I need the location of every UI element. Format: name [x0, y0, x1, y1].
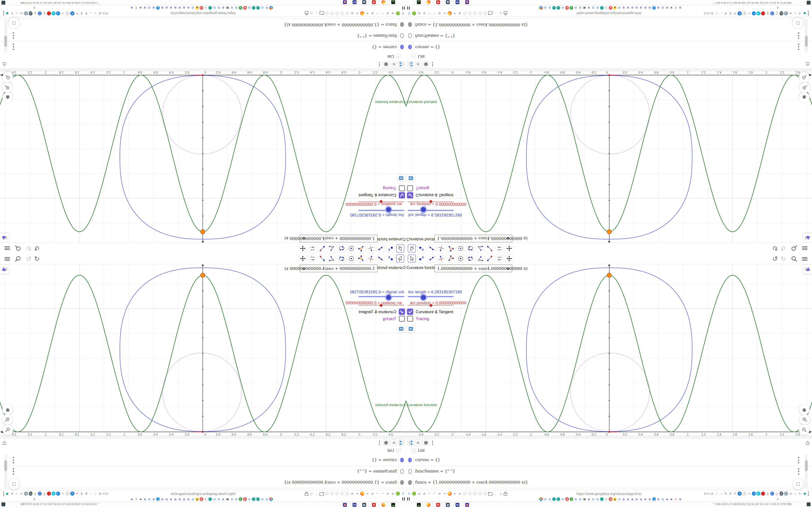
hamburger-menu-icon[interactable]	[801, 253, 809, 264]
funcs-row[interactable]: funcs = {1.000000000000 + cos(4.00000000…	[0, 18, 406, 30]
tray-icon[interactable]	[1, 502, 5, 506]
flower-favicon[interactable]: ✿	[182, 6, 186, 10]
visibility-marble[interactable]	[408, 469, 412, 474]
trash-shield-icon[interactable]: ▯	[33, 492, 37, 496]
ghost-slot-icon[interactable]	[473, 11, 477, 15]
sphere-favicon[interactable]: ◌	[256, 497, 260, 501]
capture-app-icon[interactable]: ▣	[444, 502, 452, 507]
arc-position-slider-handle[interactable]	[379, 200, 383, 203]
arc-length-slider-handle[interactable]	[385, 206, 392, 213]
flower-favicon[interactable]: ✿	[173, 6, 177, 10]
ghost-slot-icon[interactable]	[468, 11, 472, 15]
undo-button[interactable]: ↺	[33, 243, 41, 253]
wikipedia-favicon[interactable]: W	[226, 497, 230, 501]
sphere-favicon[interactable]: ◌	[252, 497, 255, 501]
folder-icon[interactable]	[319, 11, 324, 15]
flower-favicon[interactable]: ✿	[587, 6, 591, 10]
pan-view-tool[interactable]	[299, 255, 307, 263]
curvature-tangent-checkbox[interactable]	[407, 192, 413, 199]
back-arrow-icon[interactable]: ←	[494, 492, 498, 496]
profile-dot-icon[interactable]	[396, 11, 400, 15]
gear-icon[interactable]: ✳	[355, 11, 359, 15]
translate-blue-icon[interactable]: A	[70, 11, 74, 15]
visibility-marble[interactable]	[408, 458, 412, 462]
line-tool[interactable]	[427, 255, 436, 263]
firefox-app-icon[interactable]	[424, 502, 433, 507]
thumb-icon[interactable]: ♧	[15, 11, 19, 15]
overflow-menu-icon[interactable]	[3, 11, 4, 15]
view-toggle-button[interactable]	[803, 233, 812, 242]
folder-icon[interactable]	[319, 493, 324, 496]
flower-favicon[interactable]: ✿	[622, 497, 625, 501]
panel-more-options-icon[interactable]	[379, 441, 380, 445]
f-favicon[interactable]: f	[134, 497, 138, 501]
sphere-favicon[interactable]: ◌	[256, 6, 260, 10]
counter-pill-icon[interactable]: 0	[65, 11, 70, 16]
arc-position-slider-handle[interactable]	[429, 304, 433, 307]
firefox-app-icon[interactable]	[424, 0, 433, 5]
terminal-app-icon[interactable]: ▂	[389, 0, 397, 5]
adblock-icon[interactable]	[761, 492, 765, 496]
add-icon[interactable]: +	[56, 492, 60, 496]
visibility-marble[interactable]	[400, 469, 404, 474]
sphere-favicon[interactable]: ◌	[552, 6, 556, 10]
translate-blue-icon[interactable]: A	[70, 492, 74, 496]
wrench-icon[interactable]: ✳	[443, 492, 447, 496]
reader-arc-icon[interactable]: ◠	[427, 492, 432, 496]
keyboard-toggle-icon[interactable]	[1, 439, 8, 446]
translate-blue-icon[interactable]: A	[738, 492, 742, 496]
tangent-line-tool[interactable]	[318, 255, 326, 263]
circle-center-point-tool[interactable]	[457, 255, 465, 263]
mask-app-icon[interactable]: ◉	[341, 502, 349, 507]
google-favicon[interactable]: G	[230, 497, 234, 501]
trash-shield-icon[interactable]: ▯	[775, 11, 779, 15]
settings-button[interactable]	[423, 61, 429, 68]
google-favicon[interactable]: G	[548, 6, 552, 10]
flower-favicon[interactable]: ✿	[665, 6, 669, 10]
fx-view-button[interactable]: fx	[415, 61, 421, 68]
info-favicon[interactable]: i	[204, 497, 208, 501]
slider-tool[interactable]: a=2	[308, 255, 317, 263]
flower-favicon[interactable]: ✿	[644, 497, 647, 501]
keyboard-toggle-icon[interactable]	[804, 61, 811, 68]
chrome-favicon[interactable]	[269, 497, 273, 501]
view-divider[interactable]	[406, 68, 812, 71]
gear-favicon[interactable]: ✳	[139, 497, 142, 501]
duck-favicon[interactable]: ◊	[239, 497, 242, 501]
vpn-shield-icon[interactable]: ↓	[756, 11, 761, 15]
wikipedia-favicon[interactable]: W	[226, 6, 230, 10]
overflow-menu-icon[interactable]	[808, 11, 809, 15]
google-favicon[interactable]: G	[574, 497, 577, 501]
hamburger-menu-icon[interactable]	[3, 243, 11, 253]
collapse-chevron-icon[interactable]: ∧	[33, 6, 36, 10]
zoom-in-button[interactable]	[2, 414, 12, 425]
view-toggle-button[interactable]	[0, 265, 9, 274]
perpendicular-line-tool[interactable]	[437, 255, 445, 263]
profile-dot-icon[interactable]	[396, 492, 400, 496]
folder-icon[interactable]	[488, 11, 493, 15]
tray-icon[interactable]	[1, 1, 5, 5]
polygon-tool[interactable]	[447, 244, 455, 252]
adblock-icon[interactable]	[47, 11, 51, 15]
collapse-list-button[interactable]: −	[396, 449, 401, 453]
gear-favicon[interactable]: ✳	[670, 6, 673, 10]
translate-icon[interactable]: A	[98, 492, 102, 496]
perpendicular-line-tool[interactable]	[367, 244, 375, 252]
google-favicon[interactable]: G	[617, 497, 621, 501]
tangent-line-tool[interactable]	[486, 255, 494, 263]
google-favicon[interactable]: G	[544, 6, 547, 10]
flower-favicon[interactable]: ✿	[678, 6, 682, 10]
terminal-app-icon[interactable]: ▂	[389, 502, 397, 507]
ghost-slot-icon[interactable]	[483, 11, 487, 15]
google-favicon[interactable]: G	[248, 6, 251, 10]
line-tool[interactable]	[427, 244, 436, 252]
google-favicon[interactable]: G	[213, 6, 216, 10]
flower-favicon[interactable]: ✿	[152, 497, 155, 501]
image-favicon[interactable]: ▲	[613, 6, 617, 10]
save64-app-icon[interactable]: 64	[453, 502, 462, 507]
perpendicular-line-tool[interactable]	[367, 255, 375, 263]
gear-icon[interactable]: ✳	[747, 11, 751, 15]
gear-icon[interactable]: ✳	[61, 492, 65, 496]
gear-icon[interactable]: ✳	[61, 11, 65, 15]
mask-app-icon[interactable]: ◉	[463, 0, 471, 5]
